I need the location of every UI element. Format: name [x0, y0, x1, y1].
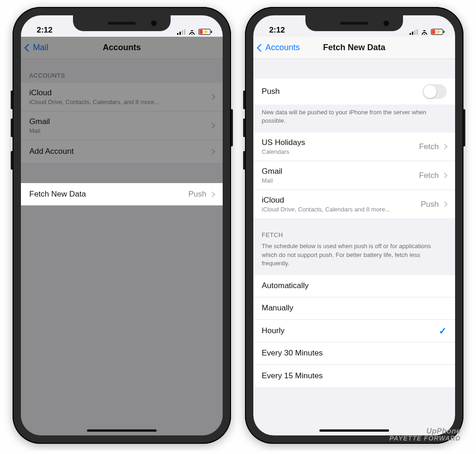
row-sub: Mail — [262, 177, 419, 184]
home-indicator — [87, 429, 157, 432]
row-label: iCloud — [29, 88, 210, 98]
accounts-group: iCloud iCloud Drive, Contacts, Calendars… — [21, 83, 223, 163]
fetch-account-us-holidays[interactable]: US Holidays Calendars Fetch — [253, 132, 455, 161]
navbar: Accounts Fetch New Data — [253, 37, 455, 59]
chevron-right-icon — [209, 149, 215, 155]
row-label: Push — [262, 87, 423, 96]
fetch-accounts-group: US Holidays Calendars Fetch Gmail Mail F… — [253, 132, 455, 218]
row-detail: Push — [421, 200, 439, 209]
notch — [305, 15, 403, 31]
row-sub: iCloud Drive, Contacts, Calendars, and 8… — [29, 99, 210, 105]
navbar: Mail Accounts — [21, 37, 223, 59]
row-label: US Holidays — [262, 138, 419, 147]
fetch-new-data-group: Fetch New Data Push — [21, 183, 223, 205]
push-footer: New data will be pushed to your iPhone f… — [253, 105, 455, 132]
row-label: iCloud — [262, 196, 421, 205]
row-detail: Fetch — [419, 171, 439, 180]
accounts-screen: Mail Accounts ACCOUNTS iCloud iCloud Dri… — [21, 37, 223, 435]
back-button[interactable]: Accounts — [258, 43, 300, 53]
add-account-row[interactable]: Add Account — [21, 140, 223, 163]
fetch-account-icloud[interactable]: iCloud iCloud Drive, Contacts, Calendars… — [253, 190, 455, 218]
fetch-footer: The schedule below is used when push is … — [253, 242, 455, 275]
check-icon: ✓ — [439, 325, 447, 336]
back-label: Accounts — [265, 43, 300, 53]
fetch-new-data-row[interactable]: Fetch New Data Push — [21, 183, 223, 205]
chevron-right-icon — [209, 94, 215, 100]
chevron-right-icon — [442, 202, 448, 208]
row-label: Gmail — [29, 117, 210, 126]
spacer — [253, 59, 455, 79]
account-row-gmail[interactable]: Gmail Mail — [21, 112, 223, 140]
chevron-right-icon — [442, 144, 448, 150]
home-indicator — [319, 429, 389, 432]
chevron-left-icon — [257, 44, 265, 52]
row-sub: Mail — [29, 127, 210, 134]
phone-left: 2:12 ⚡ Mail Accounts ACCOUNTS iCloud — [13, 7, 231, 444]
watermark-line2: PAYETTE FORWARD — [390, 435, 461, 442]
row-label: Every 15 Minutes — [262, 371, 447, 381]
push-row[interactable]: Push — [253, 79, 455, 105]
spacer — [21, 163, 223, 183]
signal-icon — [410, 29, 418, 35]
signal-icon — [177, 29, 185, 35]
row-label: Add Account — [29, 147, 210, 156]
back-button[interactable]: Mail — [26, 43, 48, 53]
chevron-left-icon — [25, 44, 33, 52]
row-sub: Calendars — [262, 148, 419, 155]
fetch-screen: Accounts Fetch New Data Push New data wi… — [253, 37, 455, 435]
row-label: Gmail — [262, 167, 419, 176]
fetch-option-15min[interactable]: Every 15 Minutes — [253, 365, 455, 387]
row-label: Automatically — [262, 281, 447, 290]
row-detail: Fetch — [419, 142, 439, 151]
phone-right: 2:12 ⚡ Accounts Fetch New Data Push — [245, 7, 463, 444]
page-title: Fetch New Data — [323, 43, 385, 53]
back-label: Mail — [33, 43, 48, 53]
fetch-option-30min[interactable]: Every 30 Minutes — [253, 342, 455, 365]
battery-icon: ⚡ — [431, 29, 443, 35]
row-label: Every 30 Minutes — [262, 349, 447, 358]
push-switch[interactable] — [423, 84, 447, 99]
chevron-right-icon — [209, 191, 215, 197]
battery-icon: ⚡ — [198, 29, 211, 35]
row-label: Hourly — [262, 326, 439, 336]
fetch-option-hourly[interactable]: Hourly ✓ — [253, 320, 455, 342]
row-label: Fetch New Data — [29, 190, 188, 199]
fetch-option-manually[interactable]: Manually — [253, 297, 455, 320]
status-time: 2:12 — [269, 26, 285, 35]
fetch-options-group: Automatically Manually Hourly ✓ Every 30… — [253, 275, 455, 387]
push-group: Push — [253, 79, 455, 105]
fetch-option-automatically[interactable]: Automatically — [253, 275, 455, 297]
chevron-right-icon — [442, 173, 448, 179]
chevron-right-icon — [209, 123, 215, 129]
wifi-icon — [421, 29, 428, 35]
account-row-icloud[interactable]: iCloud iCloud Drive, Contacts, Calendars… — [21, 83, 223, 112]
section-header-fetch: FETCH — [253, 218, 455, 242]
wifi-icon — [188, 29, 196, 35]
fetch-account-gmail[interactable]: Gmail Mail Fetch — [253, 161, 455, 190]
page-title: Accounts — [103, 43, 141, 53]
status-time: 2:12 — [37, 26, 53, 35]
row-label: Manually — [262, 303, 447, 313]
row-detail: Push — [188, 190, 206, 199]
row-sub: iCloud Drive, Contacts, Calendars and 8 … — [262, 206, 421, 213]
notch — [73, 15, 171, 31]
section-header-accounts: ACCOUNTS — [21, 59, 223, 83]
